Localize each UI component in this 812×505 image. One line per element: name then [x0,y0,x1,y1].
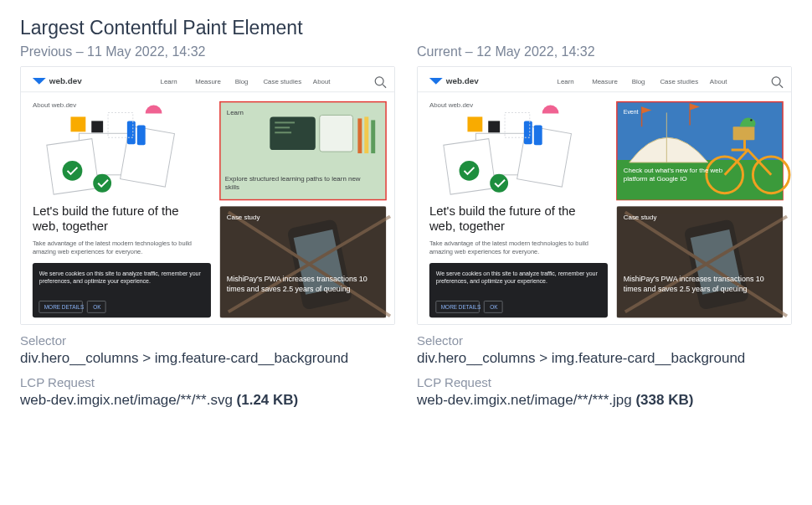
svg-rect-59 [524,121,532,144]
svg-text:Event: Event [624,109,639,115]
svg-point-17 [63,161,83,181]
selector-value: div.hero__columns > img.feature-card__ba… [20,349,395,368]
selector-label: Selector [417,333,792,348]
svg-text:Measure: Measure [592,78,618,85]
svg-text:Case studies: Case studies [660,78,698,85]
svg-rect-28 [320,115,353,152]
svg-rect-72 [733,126,755,140]
svg-point-18 [93,174,111,193]
lcp-request-label: LCP Request [417,375,792,389]
svg-rect-58 [467,116,482,131]
svg-text:Learn: Learn [161,78,177,85]
svg-text:web.dev: web.dev [49,76,83,85]
svg-rect-31 [371,120,375,153]
svg-rect-60 [534,125,542,145]
svg-text:Blog: Blog [235,78,249,85]
svg-text:MORE DETAILS: MORE DETAILS [441,304,481,310]
current-run-label: Current – 12 May 2022, 14:32 [417,44,792,59]
svg-text:About web.dev: About web.dev [33,101,76,109]
lcp-request-value: web-dev.imgix.net/image/**/***.jpg (338 … [417,391,792,410]
svg-text:web.dev: web.dev [445,76,480,85]
svg-rect-14 [70,116,85,131]
svg-text:Measure: Measure [195,78,221,85]
lcp-request-value: web-dev.imgix.net/image/**/**.svg (1.24 … [20,391,395,410]
svg-rect-19 [91,121,103,132]
svg-rect-16 [137,125,146,145]
previous-column: Previous – 11 May 2022, 14:32 web.dev Le… [20,44,395,410]
previous-screenshot: web.dev Learn Measure Blog Case studies … [20,66,395,325]
svg-text:Learn: Learn [558,78,574,85]
svg-rect-29 [357,118,362,153]
svg-rect-63 [488,121,500,132]
svg-text:OK: OK [490,304,498,310]
svg-text:About: About [710,78,727,85]
current-column: Current – 12 May 2022, 14:32 web.dev Lea… [417,44,792,410]
svg-text:Case studies: Case studies [263,78,301,85]
svg-text:About: About [313,78,331,85]
svg-text:OK: OK [93,304,101,310]
selector-label: Selector [20,333,395,348]
svg-point-61 [460,161,480,181]
svg-text:Learn: Learn [227,109,244,116]
selector-value: div.hero__columns > img.feature-card__ba… [417,349,792,368]
lcp-request-label: LCP Request [20,375,395,389]
svg-text:About web.dev: About web.dev [429,101,473,109]
svg-text:Case study: Case study [624,214,657,221]
svg-text:MORE DETAILS: MORE DETAILS [44,304,84,310]
svg-rect-30 [364,116,368,153]
svg-point-62 [490,174,508,193]
page-title: Largest Contentful Paint Element [20,17,792,39]
svg-rect-25 [275,121,295,123]
svg-text:Case study: Case study [227,214,260,221]
svg-text:Blog: Blog [632,78,645,85]
svg-rect-27 [275,131,291,133]
svg-point-73 [750,119,752,121]
comparison-row: Previous – 11 May 2022, 14:32 web.dev Le… [20,44,792,410]
current-screenshot: web.dev Learn Measure Blog Case studies … [417,66,792,325]
svg-rect-26 [275,126,290,128]
svg-rect-15 [127,121,136,144]
previous-run-label: Previous – 11 May 2022, 14:32 [20,44,395,59]
